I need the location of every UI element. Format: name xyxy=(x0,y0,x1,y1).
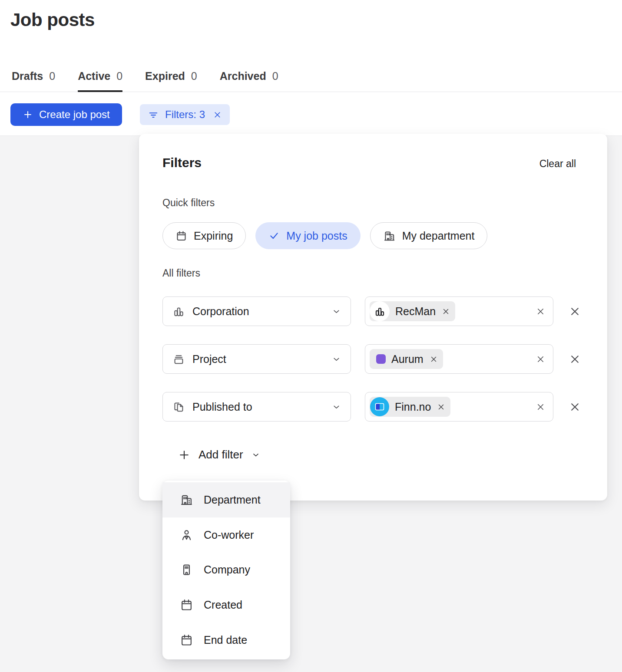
clear-value-icon[interactable] xyxy=(536,307,545,316)
building-icon xyxy=(180,563,193,576)
quick-filter-label: My job posts xyxy=(286,230,347,242)
all-filters-label: All filters xyxy=(162,267,200,279)
tab-bar: Drafts 0 Active 0 Expired 0 Archived 0 xyxy=(0,61,622,92)
department-icon xyxy=(383,230,396,242)
calendar-icon xyxy=(180,633,193,647)
plus-icon xyxy=(178,449,190,461)
quick-filters-label: Quick filters xyxy=(162,197,215,209)
tag-label: Aurum xyxy=(391,353,423,366)
project-stack-icon xyxy=(172,353,185,366)
plus-icon xyxy=(23,109,33,120)
filter-field-label: Project xyxy=(192,353,324,366)
menu-item-label: End date xyxy=(204,634,247,646)
clear-all-button[interactable]: Clear all xyxy=(539,158,576,170)
tab-archived[interactable]: Archived 0 xyxy=(220,61,278,92)
filter-field-label: Corporation xyxy=(192,305,324,318)
corporation-icon xyxy=(172,305,185,318)
tab-label: Drafts xyxy=(12,70,43,82)
filters-panel-title: Filters xyxy=(162,155,202,170)
filter-row-project: Project Aurum xyxy=(162,344,581,374)
tab-label: Archived xyxy=(220,70,266,82)
calendar-icon xyxy=(175,230,187,242)
calendar-icon xyxy=(180,598,193,612)
tag-label: Finn.no xyxy=(395,401,431,413)
pages-icon xyxy=(172,401,185,413)
remove-tag-icon[interactable] xyxy=(442,308,450,315)
menu-item-company[interactable]: Company xyxy=(162,553,290,588)
quick-filter-my-department[interactable]: My department xyxy=(370,222,488,249)
quick-filter-my-job-posts[interactable]: My job posts xyxy=(255,222,360,249)
quick-filter-expiring[interactable]: Expiring xyxy=(162,222,246,249)
tab-drafts[interactable]: Drafts 0 xyxy=(12,61,55,92)
department-icon xyxy=(180,493,193,507)
clear-value-icon[interactable] xyxy=(536,355,545,364)
filter-row-published-to: Published to Finn.no xyxy=(162,392,581,422)
tab-label: Active xyxy=(78,70,110,82)
toolbar: Create job post Filters: 3 xyxy=(0,92,622,135)
close-icon[interactable] xyxy=(213,110,222,119)
tab-label: Expired xyxy=(145,70,185,82)
purple-square-swatch xyxy=(376,354,386,364)
tab-count: 0 xyxy=(116,70,122,82)
remove-filter-row-button[interactable] xyxy=(569,401,581,413)
filter-row-corporation: Corporation RecMan xyxy=(162,296,581,326)
tab-count: 0 xyxy=(49,70,55,82)
tab-expired[interactable]: Expired 0 xyxy=(145,61,197,92)
chevron-down-icon xyxy=(332,307,341,316)
person-icon xyxy=(180,528,193,542)
quick-filter-pills: Expiring My job posts My department xyxy=(162,222,487,249)
tag-label: RecMan xyxy=(395,305,436,318)
filter-value-box[interactable]: RecMan xyxy=(365,296,553,326)
menu-item-label: Co-worker xyxy=(204,529,254,541)
corporation-icon xyxy=(370,301,390,321)
filter-value-tag: Finn.no xyxy=(370,397,450,417)
filter-value-box[interactable]: Finn.no xyxy=(365,392,553,422)
chevron-down-icon xyxy=(251,451,260,459)
clear-value-icon[interactable] xyxy=(536,402,545,412)
filter-value-tag: Aurum xyxy=(370,349,443,369)
filter-lines-icon xyxy=(148,109,159,120)
page-title: Job posts xyxy=(10,10,95,30)
check-icon xyxy=(268,230,280,241)
chevron-down-icon xyxy=(332,402,341,412)
remove-tag-icon[interactable] xyxy=(437,403,445,411)
create-job-post-button[interactable]: Create job post xyxy=(10,103,122,126)
menu-item-co-worker[interactable]: Co-worker xyxy=(162,517,290,553)
tab-count: 0 xyxy=(272,70,278,82)
filter-field-label: Published to xyxy=(192,401,324,413)
tab-active[interactable]: Active 0 xyxy=(78,61,122,92)
quick-filter-label: My department xyxy=(402,230,475,242)
add-filter-label: Add filter xyxy=(199,448,243,461)
remove-filter-row-button[interactable] xyxy=(569,353,581,365)
add-filter-button[interactable]: Add filter xyxy=(178,448,260,461)
menu-item-label: Created xyxy=(204,599,242,611)
finn-logo-icon xyxy=(370,397,389,416)
chevron-down-icon xyxy=(332,355,341,364)
menu-item-label: Company xyxy=(204,563,250,576)
add-filter-menu: Department Co-worker Company Created End… xyxy=(162,481,290,659)
filter-field-select[interactable]: Published to xyxy=(162,392,351,422)
create-job-post-label: Create job post xyxy=(39,109,110,121)
filter-value-tag: RecMan xyxy=(370,301,455,321)
filter-value-box[interactable]: Aurum xyxy=(365,344,553,374)
menu-item-department[interactable]: Department xyxy=(162,482,290,517)
filters-chip[interactable]: Filters: 3 xyxy=(140,104,230,125)
filter-field-select[interactable]: Project xyxy=(162,344,351,374)
quick-filter-label: Expiring xyxy=(194,230,233,242)
filter-field-select[interactable]: Corporation xyxy=(162,296,351,326)
filters-chip-label: Filters: 3 xyxy=(165,109,205,121)
menu-item-end-date[interactable]: End date xyxy=(162,623,290,658)
tab-count: 0 xyxy=(191,70,197,82)
filters-panel: Filters Clear all Quick filters Expiring… xyxy=(139,134,607,501)
menu-item-created[interactable]: Created xyxy=(162,587,290,623)
remove-filter-row-button[interactable] xyxy=(569,306,581,317)
remove-tag-icon[interactable] xyxy=(430,356,437,363)
menu-item-label: Department xyxy=(204,494,261,506)
